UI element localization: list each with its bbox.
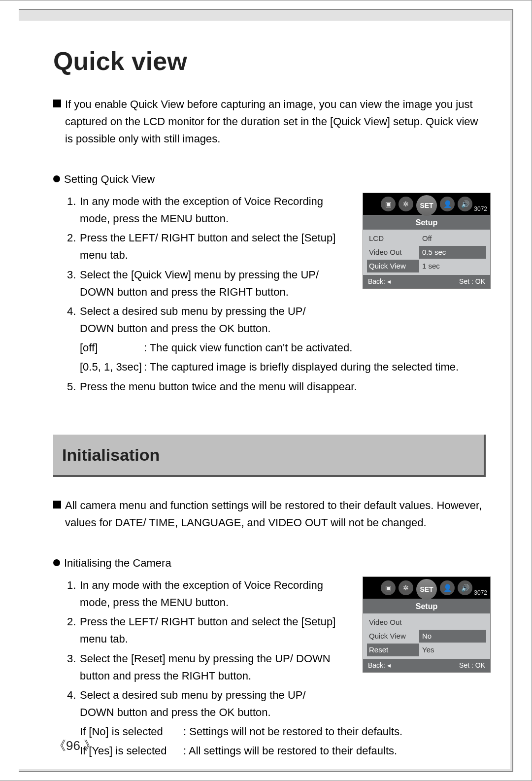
lcd-tab-icon: ✲ [399, 197, 413, 211]
option-label: [0.5, 1, 3sec] [80, 358, 144, 375]
step-text: In any mode with the exception of Voice … [80, 577, 343, 611]
qv-heading-block: Setting Quick View [53, 170, 486, 188]
step-text: Select the [Quick View] menu by pressing… [80, 266, 343, 301]
lcd-row: Video Out [367, 615, 486, 629]
round-bullet-icon [53, 175, 60, 182]
lcd-cell [419, 622, 486, 623]
intro-block: If you enable Quick View before capturin… [53, 96, 486, 148]
lcd-set-label: Set : OK [459, 660, 485, 671]
lcd-cell: LCD [367, 232, 419, 245]
step-number: 2. [67, 613, 80, 647]
lcd-row: Quick View1 sec [367, 259, 486, 273]
lcd-cell: Yes [419, 644, 486, 656]
option-desc: : The captured image is briefly displaye… [144, 358, 459, 375]
lcd-cell-selected: 0.5 sec [419, 246, 486, 259]
lcd-tab-icon: ✲ [399, 580, 413, 595]
lcd-row: ResetYes [367, 643, 486, 657]
lcd-row: Quick ViewNo [367, 629, 486, 643]
lcd-tab-set-icon: SET [416, 195, 437, 216]
square-bullet-icon [53, 100, 61, 107]
step-text: Select a desired sub menu by pressing th… [80, 303, 343, 337]
step-text: In any mode with the exception of Voice … [80, 193, 343, 227]
init-heading-block: Initialising the Camera [53, 554, 486, 572]
lcd-back-label: Back: ◂ [368, 660, 391, 671]
lcd-cell: Quick View [367, 630, 419, 643]
step-number: 2. [67, 229, 80, 264]
step-number: 3. [67, 266, 80, 301]
step-text: Press the menu button twice and the menu… [80, 378, 486, 395]
lcd-cell-selected: Reset [367, 644, 419, 656]
option-label: [off] [80, 339, 144, 356]
lcd-cell: Video Out [367, 246, 419, 259]
lcd-tab-ic

-icon: ▣ [381, 580, 396, 595]
lcd-footer: Back: ◂ Set : OK [363, 275, 490, 288]
step-text: Select the [Reset] menu by pressing the … [80, 650, 343, 684]
lcd-mockup-reset: ▣ ✲ SET 👤 🔊 3072 Setup Video Out Quick V… [363, 577, 491, 673]
lcd-menu-body: LCDOff Video Out0.5 sec Quick View1 sec [363, 230, 490, 275]
page-title: Quick view [53, 46, 486, 76]
lcd-cell: Off [419, 232, 486, 245]
lcd-row: Video Out0.5 sec [367, 245, 486, 259]
step-text: Select a desired sub menu by pressing th… [80, 686, 343, 721]
step-number: 5. [67, 378, 80, 395]
lcd-row: LCDOff [367, 232, 486, 245]
step-text: Press the LEFT/ RIGHT button and select … [80, 613, 343, 647]
square-bullet-icon [53, 501, 61, 509]
option-desc: : Settings will not be restored to their… [183, 723, 402, 740]
qv-heading: Setting Quick View [64, 170, 155, 188]
round-bullet-icon [53, 559, 60, 566]
lcd-tab-icon: 👤 [440, 197, 455, 211]
lcd-menu-title: Setup [363, 215, 490, 230]
page-inner-border: Quick view If you enable Quick View befo… [19, 9, 513, 772]
lcd-mockup-quickview: ▣ ✲ SET 👤 🔊 3072 Setup LCDOff Video Out0… [363, 193, 491, 289]
step-number: 4. [67, 686, 80, 721]
lcd-tab-icon: 🔊 [458, 197, 472, 211]
lcd-cell-selected: Quick View [367, 260, 419, 272]
section-header-initialisation: Initialisation [53, 435, 486, 477]
step-number: 1. [67, 577, 80, 611]
lcd-resolution: 3072 [474, 588, 487, 598]
lcd-tabbar: ▣ ✲ SET 👤 🔊 3072 [363, 193, 490, 215]
lcd-cell: Video Out [367, 616, 419, 629]
init-intro-block: All camera menu and function settings wi… [53, 497, 486, 531]
step-text: Press the LEFT/ RIGHT button and select … [80, 229, 343, 264]
lcd-cell: 1 sec [419, 260, 486, 272]
lcd-menu-title: Setup [363, 599, 490, 614]
lcd-footer: Back: ◂ Set : OK [363, 659, 490, 672]
lcd-cell-selected: No [419, 630, 486, 643]
lcd-set-label: Set : OK [459, 276, 485, 287]
init-intro-text: All camera menu and function settings wi… [65, 497, 486, 531]
step-number: 3. [67, 650, 80, 684]
option-desc: : The quick view function can't be activ… [144, 339, 352, 356]
step-number: 4. [67, 303, 80, 337]
lcd-tabbar: ▣ ✲ SET 👤 🔊 3072 [363, 577, 490, 599]
content-area: Quick view If you enable Quick View befo… [19, 21, 510, 769]
page-number: 《96 》 [53, 737, 97, 754]
lcd-tab-set-icon: SET [416, 579, 437, 600]
option-desc: : All settings will be restored to their… [183, 742, 397, 759]
init-heading: Initialising the Camera [64, 554, 171, 572]
lcd-back-label: Back: ◂ [368, 276, 391, 287]
lcd-resolution: 3072 [474, 204, 487, 214]
lcd-tab-icon: 👤 [440, 580, 455, 595]
lcd-tab-icon: 🔊 [458, 580, 472, 595]
lcd-menu-body: Video Out Quick ViewNo ResetYes [363, 613, 490, 659]
step-number: 1. [67, 193, 80, 227]
lcd-tab-icon: ▣ [381, 197, 396, 211]
intro-text: If you enable Quick View before capturin… [65, 96, 486, 148]
